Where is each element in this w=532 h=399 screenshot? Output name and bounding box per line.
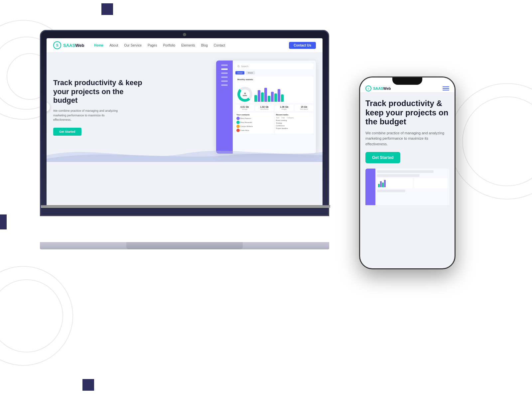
dash-stat-free: 15 Gb free space <box>295 105 314 111</box>
dash-donut-chart: 18tasks <box>237 87 252 102</box>
site-menu: Home About Our Service Pages Portfolio E… <box>94 44 289 47</box>
phone-bar-2 <box>380 181 382 187</box>
phone-logo-text: SAASWeb <box>373 86 391 90</box>
contact-avatar-1 <box>236 117 240 120</box>
laptop-base <box>40 242 329 249</box>
bar-8 <box>278 89 280 102</box>
contact-button[interactable]: Contact Us <box>289 42 316 49</box>
contact-name-4: Frank Alicia <box>240 129 249 131</box>
nav-elements[interactable]: Elements <box>181 44 195 47</box>
phone-get-started-button[interactable]: Get Started <box>365 152 400 163</box>
dash-contacts-table: Your contacts Brian Pearson Brian Alexan… <box>235 113 274 134</box>
dash-search-bar[interactable]: Search <box>235 63 313 69</box>
phone-screen: S SAASWeb Track productivity & keep your… <box>360 77 455 268</box>
laptop-body: S SAASWeb Home About Our Service Pages P… <box>40 30 329 216</box>
dash-tab-bar: Detail Week <box>235 71 313 74</box>
nav-pages[interactable]: Pages <box>148 44 157 47</box>
phone-dash-row-1 <box>377 170 434 173</box>
phone-dash-mini-charts <box>377 178 448 188</box>
dash-nav-dot-5 <box>221 80 228 82</box>
laptop-stand <box>126 242 243 249</box>
site-logo: S SAASWeb <box>53 41 84 49</box>
bar-1 <box>254 95 257 102</box>
contacts-title: Your contacts <box>236 114 273 116</box>
contact-row-2: Brian Alexander <box>236 121 273 124</box>
nav-home[interactable]: Home <box>94 44 103 47</box>
menu-bar-3 <box>443 90 449 90</box>
dash-stat-documents: 1.92 Gb documents <box>255 105 274 111</box>
dash-stat-label-1: storage <box>236 108 253 110</box>
dash-stat-label-3: images <box>276 108 293 110</box>
dash-chart-content: 18tasks <box>237 82 311 102</box>
contact-avatar-4 <box>236 129 240 132</box>
task-row-1: Board meeting <box>276 119 312 121</box>
task-row-2: Strategy <box>276 122 312 124</box>
phone-mini-table <box>414 178 448 188</box>
contact-row-1: Brian Pearson <box>236 117 273 120</box>
logo-icon: S <box>53 41 61 49</box>
logo-suffix: Web <box>75 43 84 48</box>
prev-arrow-button[interactable] <box>47 102 50 112</box>
bar-5 <box>268 96 270 102</box>
hero-wave <box>47 142 323 162</box>
bar-4 <box>264 88 267 102</box>
dashboard-mockup: Search Detail Week Monthly statistic <box>216 61 316 154</box>
nav-contact[interactable]: Contact <box>214 44 225 47</box>
dash-nav-dot-3 <box>221 72 228 74</box>
logo-prefix: SAAS <box>63 43 75 48</box>
logo-text: SAASWeb <box>63 43 84 48</box>
dash-stat-label-2: documents <box>256 108 273 110</box>
bg-square-bottom <box>82 379 94 391</box>
dash-nav-dot-1 <box>221 65 228 66</box>
phone-logo-icon: S <box>365 85 371 91</box>
bg-square-top <box>101 3 113 15</box>
laptop-screen: S SAASWeb Home About Our Service Pages P… <box>47 38 323 208</box>
menu-bar-1 <box>443 86 449 87</box>
bar-9 <box>281 94 284 102</box>
phone-hero-section: Track productivity & keep your projects … <box>360 92 455 205</box>
nav-about[interactable]: About <box>109 44 118 47</box>
svg-point-1 <box>238 65 239 67</box>
nav-portfolio[interactable]: Portfolio <box>163 44 175 47</box>
dash-tab-detail[interactable]: Detail <box>235 71 244 74</box>
phone-hamburger-button[interactable] <box>443 86 449 90</box>
dash-stat-val-3: 1.06 Gb <box>276 106 293 108</box>
contact-row-4: Frank Alicia <box>236 129 273 132</box>
contact-name-2: Brian Alexander <box>240 121 252 123</box>
phone-dash-row-3 <box>377 190 405 192</box>
phone-bar-4 <box>384 180 386 187</box>
dash-nav-dot-6 <box>221 84 228 86</box>
contact-name-3: Carolyn Williams <box>240 125 253 127</box>
contact-name-1: Brian Pearson <box>240 117 251 119</box>
phone-dash-main <box>375 169 449 205</box>
dash-donut-label: 18tasks <box>243 92 247 96</box>
contact-avatar-3 <box>236 125 240 128</box>
task-row-4: Project deadline <box>276 127 312 129</box>
nav-blog[interactable]: Blog <box>201 44 208 47</box>
contact-avatar-2 <box>236 121 240 124</box>
phone-device: S SAASWeb Track productivity & keep your… <box>359 76 456 269</box>
tasks-header: TaskDateCategory <box>276 117 312 119</box>
dash-nav-dot-2 <box>221 68 228 70</box>
dash-stat-storage: 4.01 Gb storage <box>235 105 254 111</box>
site-navigation: S SAASWeb Home About Our Service Pages P… <box>47 38 323 52</box>
laptop-device: S SAASWeb Home About Our Service Pages P… <box>40 30 339 249</box>
dash-main-content: Search Detail Week Monthly statistic <box>233 61 316 154</box>
dash-stat-images: 1.06 Gb images <box>275 105 294 111</box>
phone-hero-title: Track productivity & keep your projects … <box>365 99 449 126</box>
dash-nav-dot-4 <box>221 76 228 78</box>
phone-bar-1 <box>378 184 380 187</box>
dash-tab-week[interactable]: Week <box>246 71 255 74</box>
bg-square-left <box>0 214 7 229</box>
hero-title: Track productivity & keep your projects … <box>53 78 146 105</box>
get-started-button[interactable]: Get Started <box>53 128 81 136</box>
dash-stat-val-4: 15 Gb <box>296 106 313 108</box>
nav-our-service[interactable]: Our Service <box>124 44 142 47</box>
contact-row-3: Carolyn Williams <box>236 125 273 128</box>
phone-dash-row-2 <box>377 174 419 177</box>
phone-dash-sidebar <box>365 169 375 205</box>
dash-bar-chart <box>254 85 311 102</box>
menu-bar-2 <box>443 88 449 89</box>
task-row-3: Conference <box>276 125 312 127</box>
laptop-hinge <box>41 205 330 208</box>
